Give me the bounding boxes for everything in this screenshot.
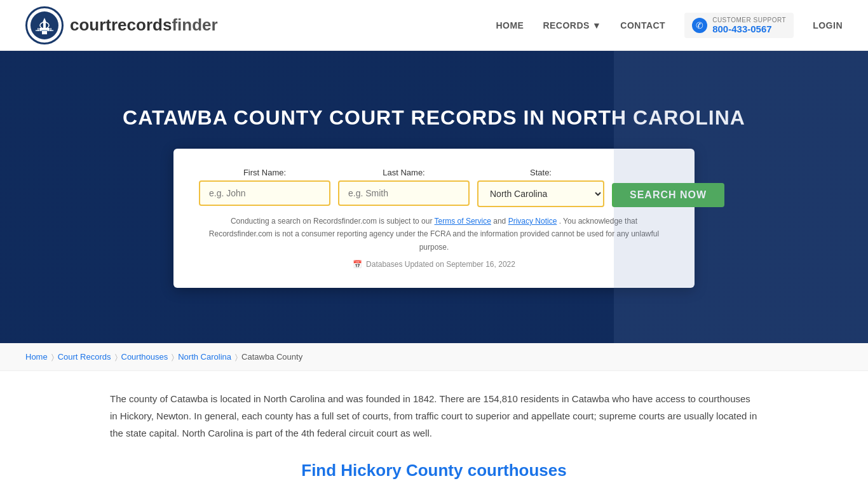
last-name-input[interactable] (338, 180, 470, 206)
last-name-label: Last Name: (338, 168, 470, 177)
svg-rect-9 (48, 28, 49, 31)
breadcrumb: Home 〉 Court Records 〉 Courthouses 〉 Nor… (0, 343, 868, 371)
search-fields-row: First Name: Last Name: State: AlabamaAla… (199, 168, 669, 207)
last-name-group: Last Name: (338, 168, 470, 207)
first-name-group: First Name: (199, 168, 330, 207)
breadcrumb-court-records[interactable]: Court Records (58, 352, 111, 362)
breadcrumb-courthouses[interactable]: Courthouses (121, 352, 168, 362)
privacy-link[interactable]: Privacy Notice (508, 217, 557, 226)
support-phone[interactable]: 800-433-0567 (712, 24, 786, 34)
main-content: The county of Catawba is located in Nort… (85, 371, 783, 488)
main-paragraph: The county of Catawba is located in Nort… (110, 390, 758, 442)
svg-rect-10 (50, 28, 51, 31)
logo-wordmark: courtrecordsfinder (70, 15, 218, 35)
breadcrumb-sep-1: 〉 (51, 353, 54, 362)
phone-icon: ✆ (692, 18, 707, 33)
state-label: State: (477, 168, 604, 177)
nav-home[interactable]: HOME (496, 20, 524, 30)
site-header: courtrecordsfinder HOME RECORDS ▼ CONTAC… (0, 0, 868, 51)
hero-title: CATAWBA COUNTY COURT RECORDS IN NORTH CA… (123, 106, 745, 130)
nav-records[interactable]: RECORDS ▼ (543, 20, 601, 30)
first-name-input[interactable] (199, 180, 330, 206)
terms-link[interactable]: Terms of Service (435, 217, 491, 226)
section-title: Find Hickory County courthouses (110, 461, 758, 480)
db-update: 📅 Databases Updated on September 16, 202… (199, 260, 669, 269)
site-logo[interactable]: courtrecordsfinder (25, 6, 218, 44)
chevron-down-icon: ▼ (592, 20, 601, 30)
calendar-icon: 📅 (353, 260, 362, 269)
breadcrumb-sep-2: 〉 (115, 353, 118, 362)
breadcrumb-sep-4: 〉 (235, 353, 238, 362)
breadcrumb-current: Catawba County (241, 352, 302, 362)
svg-rect-4 (43, 22, 46, 28)
nav-login[interactable]: LOGIN (813, 20, 843, 30)
hero-section: CATAWBA COUNTY COURT RECORDS IN NORTH CA… (0, 51, 868, 343)
breadcrumb-north-carolina[interactable]: North Carolina (178, 352, 231, 362)
main-nav: HOME RECORDS ▼ CONTACT ✆ CUSTOMER SUPPOR… (496, 13, 843, 38)
state-select[interactable]: AlabamaAlaskaArizonaArkansasCaliforniaCo… (477, 180, 604, 207)
customer-support-block: ✆ CUSTOMER SUPPORT 800-433-0567 (684, 13, 794, 38)
svg-rect-7 (37, 28, 39, 31)
disclaimer-text: Conducting a search on Recordsfinder.com… (199, 215, 669, 254)
nav-contact[interactable]: CONTACT (620, 20, 665, 30)
first-name-label: First Name: (199, 168, 330, 177)
logo-icon (25, 6, 64, 44)
svg-rect-8 (40, 28, 41, 31)
search-button[interactable]: SEARCH NOW (612, 183, 724, 207)
breadcrumb-home[interactable]: Home (25, 352, 48, 362)
breadcrumb-sep-3: 〉 (172, 353, 174, 362)
support-label: CUSTOMER SUPPORT (712, 17, 786, 24)
state-group: State: AlabamaAlaskaArizonaArkansasCalif… (477, 168, 604, 207)
search-form: First Name: Last Name: State: AlabamaAla… (173, 149, 695, 288)
